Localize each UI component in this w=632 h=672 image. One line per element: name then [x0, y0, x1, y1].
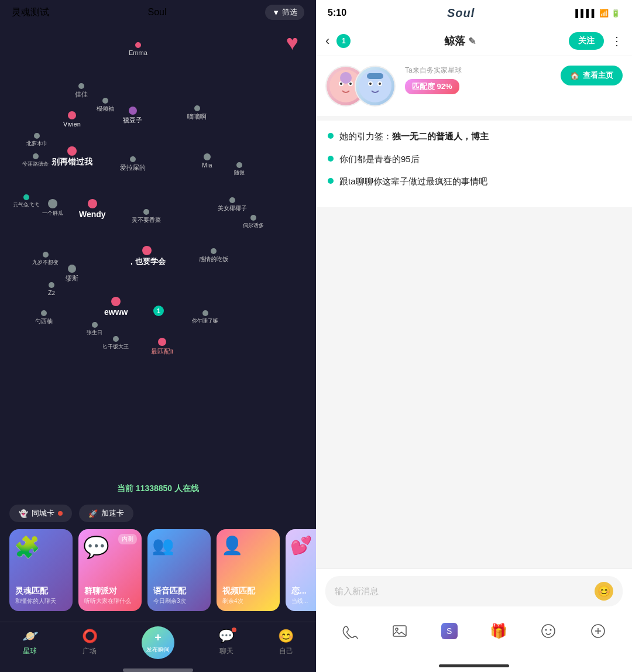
svg-point-4 [349, 83, 352, 85]
back-button[interactable]: ‹ [325, 33, 329, 49]
user-beiluomu[interactable]: 北萝木巾 [26, 133, 47, 148]
gift-button[interactable]: 🎁 [487, 619, 510, 643]
profile-info: Ta来自务实家星球 匹配度 92% [405, 66, 551, 94]
nav-guangchang[interactable]: ⭕ 广场 [82, 629, 98, 656]
user-mia[interactable]: Mia [202, 153, 212, 169]
chat-area [316, 207, 632, 569]
wifi-icon: 📶 [599, 9, 609, 18]
tags-section: 她的引力签：独一无二的普通人，博主 你们都是青春的95后 跟ta聊聊你这辈子做过… [316, 121, 632, 207]
tag-item-2: 你们都是青春的95后 [328, 153, 620, 166]
user-pangua[interactable]: 一个胖瓜 [42, 199, 63, 217]
plus-icon: + [154, 631, 162, 644]
home-bar [439, 664, 509, 667]
user-emma[interactable]: Emma [129, 42, 147, 56]
emoji-button[interactable]: 😊 [595, 582, 613, 601]
user-ewww[interactable]: ewww [104, 297, 128, 317]
user-yeyaoxuehui[interactable]: ，也要学会 [128, 246, 166, 267]
user-jiusui[interactable]: 九岁不想变 [32, 252, 59, 266]
user-zhangshengri[interactable]: 张生日 [87, 322, 102, 337]
svg-point-16 [549, 629, 551, 631]
message-input-row[interactable]: 输入新消息 😊 [325, 576, 623, 606]
tag-item-3: 跟ta聊聊你这辈子做过最疯狂的事情吧 [328, 175, 620, 188]
filter-icon: ▼ [272, 8, 280, 17]
status-time: 5:10 [328, 8, 346, 18]
qunliao-card[interactable]: 内测 💬 群聊派对 听听大家在聊什么 [78, 529, 142, 611]
cards-section: 👻 同城卡 🚀 加速卡 🧩 灵魂匹配 和懂你的人聊天 内测 💬 群聊派对 听听大… [0, 500, 316, 622]
card-tabs: 👻 同城卡 🚀 加速卡 [0, 500, 316, 527]
yuyin-card[interactable]: 👥 语音匹配 今日剩余3次 [147, 529, 211, 611]
video-icon: 👤 [221, 535, 243, 556]
user-ala[interactable]: 爱拉屎的 [120, 156, 146, 172]
user-miusi[interactable]: 缪斯 [66, 265, 78, 283]
neice-badge: 内测 [118, 534, 137, 544]
right-soul-title: Soul [447, 6, 475, 20]
user-lianlu[interactable]: 兮莲路德金 [22, 153, 49, 168]
match-badge: 匹配度 92% [405, 79, 459, 94]
lian-card[interactable]: 💕 恋... 当线... [286, 529, 316, 611]
user-yuanqi[interactable]: 元气兔弋弋 [13, 194, 39, 209]
nav-self[interactable]: 😊 自己 [278, 629, 294, 656]
user-ouer[interactable]: 偶尔话多 [243, 215, 264, 229]
linghu-card[interactable]: 🧩 灵魂匹配 和懂你的人聊天 [9, 529, 73, 611]
jiasu-card-tab[interactable]: 🚀 加速卡 [79, 505, 133, 522]
tag-text-3: 跟ta聊聊你这辈子做过最疯狂的事情吧 [339, 175, 487, 188]
user-bifan[interactable]: 匕干饭大王 [102, 336, 129, 351]
svg-rect-11 [367, 73, 383, 79]
user-ganqing[interactable]: 感情的吃饭 [199, 248, 228, 263]
soul-map[interactable]: ♥ Emma 佳佳 榻领袖 Vivien 禧豆子 嘀嘀啊 北萝木巾 [0, 25, 316, 478]
chat-icon: 💬 [83, 535, 109, 560]
soul-package-button[interactable]: S [438, 619, 461, 643]
image-button[interactable] [388, 619, 411, 643]
filter-button[interactable]: ▼ 筛选 [265, 5, 304, 20]
avatar-pair [325, 66, 396, 107]
user-shaoxiyou[interactable]: 勺西柚 [35, 310, 53, 325]
square-icon: ⭕ [82, 629, 98, 644]
male-face-icon [356, 67, 394, 105]
right-home-indicator [316, 654, 632, 672]
user-lingjiu[interactable]: 榻领袖 [97, 98, 114, 113]
user-suiwei[interactable]: 随微 [234, 162, 245, 177]
svg-point-5 [340, 72, 352, 84]
more-button[interactable]: ⋮ [611, 34, 623, 48]
user-zz[interactable]: Zz [48, 282, 55, 296]
love-icon: 💕 [290, 535, 312, 556]
planet-icon: 🪐 [22, 629, 38, 644]
input-area: 输入新消息 😊 [316, 568, 632, 613]
message-input[interactable]: 输入新消息 [335, 586, 589, 597]
call-button[interactable] [338, 619, 362, 643]
svg-point-14 [542, 625, 555, 637]
sticker-button[interactable] [537, 619, 560, 643]
nav-xingqiu[interactable]: 🪐 星球 [22, 629, 38, 656]
soul-test-button[interactable]: 灵魂测试 [12, 6, 49, 19]
tag-text-2: 你们都是青春的95后 [339, 153, 420, 166]
user-biezai[interactable]: 别再错过我 [51, 146, 92, 167]
follow-button[interactable]: 关注 [569, 32, 604, 50]
user-zuipipei[interactable]: 最匹配li [151, 338, 173, 356]
left-panel: 灵魂测试 Soul ▼ 筛选 ♥ Emma 佳佳 榻领袖 Vivien 禧豆子 [0, 0, 316, 672]
nav-publish[interactable]: + 发布瞬间 [142, 626, 174, 659]
soul-logo: Soul [148, 7, 167, 18]
user-dida[interactable]: 嘀嘀啊 [187, 105, 207, 121]
user-lingxiang[interactable]: 灵不要香菜 [132, 209, 161, 224]
user-1[interactable]: 1 [153, 306, 164, 316]
nav-chat[interactable]: 💬 聊天 [218, 629, 234, 656]
tongcheng-card-tab[interactable]: 👻 同城卡 [9, 505, 72, 522]
avatar-male [355, 66, 396, 107]
status-icons: ▌▌▌▌ 📶 🔋 [575, 9, 620, 18]
user-xidouzi[interactable]: 禧豆子 [123, 107, 142, 125]
svg-point-13 [396, 628, 398, 630]
home-icon: 🏠 [570, 71, 579, 80]
user-wuzhong[interactable]: 你午睡了嘛 [192, 310, 218, 325]
battery-icon: 🔋 [611, 9, 620, 18]
notification-badge[interactable]: 1 [336, 34, 351, 48]
voice-icon: 👥 [152, 535, 174, 556]
user-meinv[interactable]: 美女椰椰子 [218, 197, 247, 212]
shipin-card[interactable]: 👤 视频匹配 剩余4次 [217, 529, 280, 611]
user-vivien[interactable]: Vivien [63, 111, 81, 128]
edit-icon[interactable]: ✎ [468, 36, 476, 46]
add-button[interactable] [586, 619, 610, 643]
tag-dot-1 [328, 133, 334, 139]
user-wendy[interactable]: Wendy [79, 199, 106, 219]
view-profile-button[interactable]: 🏠 查看主页 [561, 66, 623, 85]
user-jiajia[interactable]: 佳佳 [75, 83, 88, 99]
